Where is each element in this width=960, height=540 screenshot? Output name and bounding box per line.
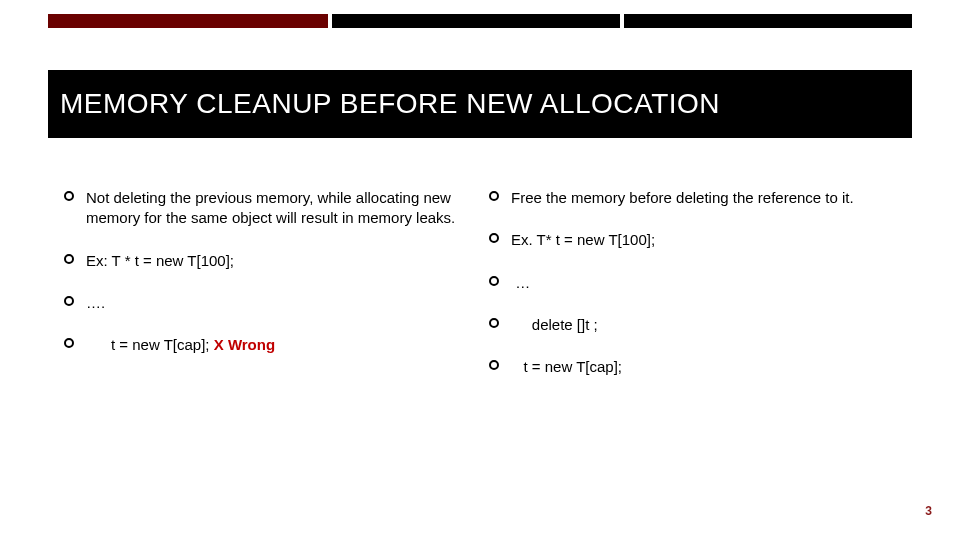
bullet-item: delete []t ; [485, 315, 894, 335]
bullet-item: … [485, 273, 894, 293]
bullet-item: Free the memory before deleting the refe… [485, 188, 894, 208]
bullet-item: t = new T[cap]; [485, 357, 894, 377]
left-column: Not deleting the previous memory, while … [60, 188, 485, 399]
top-bar-segment [332, 14, 620, 28]
top-bar-segment [624, 14, 912, 28]
right-column: Free the memory before deleting the refe… [485, 188, 910, 399]
code-text: t = new T[cap]; [86, 336, 214, 353]
content-area: Not deleting the previous memory, while … [60, 188, 910, 399]
title-band: MEMORY CLEANUP BEFORE NEW ALLOCATION [48, 70, 912, 138]
slide-number: 3 [925, 504, 932, 518]
left-bullet-list: Not deleting the previous memory, while … [60, 188, 469, 355]
right-bullet-list: Free the memory before deleting the refe… [485, 188, 894, 377]
bullet-item: Not deleting the previous memory, while … [60, 188, 469, 229]
wrong-label: X Wrong [214, 336, 275, 353]
accent-bar [48, 14, 328, 28]
bullet-item: Ex. T* t = new T[100]; [485, 230, 894, 250]
bullet-item: t = new T[cap]; X Wrong [60, 335, 469, 355]
slide-title: MEMORY CLEANUP BEFORE NEW ALLOCATION [48, 88, 720, 120]
bullet-item: Ex: T * t = new T[100]; [60, 251, 469, 271]
bullet-item: …. [60, 293, 469, 313]
